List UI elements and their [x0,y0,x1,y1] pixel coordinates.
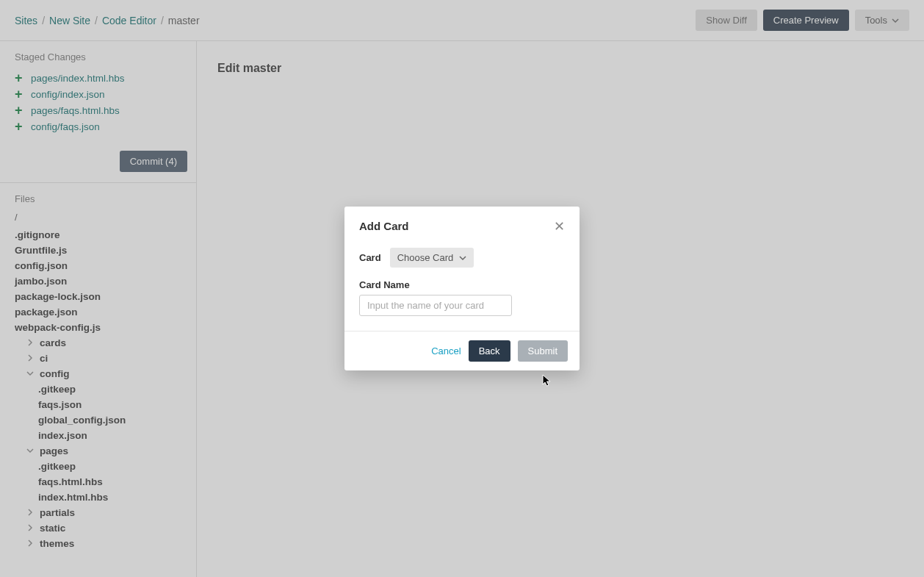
modal-header: Add Card ✕ [344,207,580,240]
card-name-row: Card Name [359,279,565,316]
choose-card-text: Choose Card [397,252,454,263]
close-icon[interactable]: ✕ [554,220,565,233]
card-name-label: Card Name [359,279,565,290]
modal-overlay[interactable]: Add Card ✕ Card Choose Card Card Name Ca… [0,0,924,577]
back-button[interactable]: Back [469,340,510,362]
submit-button[interactable]: Submit [518,340,568,362]
chevron-down-icon [459,254,466,262]
cancel-button[interactable]: Cancel [431,345,461,356]
card-name-input[interactable] [359,295,512,316]
modal-footer: Cancel Back Submit [344,331,580,370]
add-card-modal: Add Card ✕ Card Choose Card Card Name Ca… [344,207,580,370]
modal-title: Add Card [359,220,409,232]
modal-body: Card Choose Card Card Name [344,240,580,331]
card-label: Card [359,252,381,263]
card-row: Card Choose Card [359,248,565,268]
choose-card-select[interactable]: Choose Card [390,248,474,268]
